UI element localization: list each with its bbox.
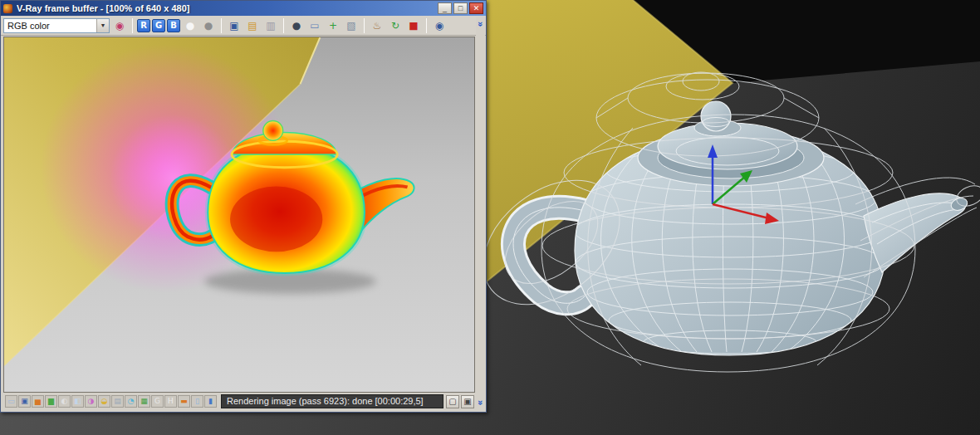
desktop: V-Ray frame buffer - [100% of 640 x 480]…: [0, 0, 980, 435]
vray-frame-buffer-window: V-Ray frame buffer - [100% of 640 x 480]…: [0, 0, 487, 413]
region-overlay-icon[interactable]: ▯: [191, 395, 203, 408]
dock-button[interactable]: ▣: [461, 395, 474, 408]
srgb-icon[interactable]: G: [151, 395, 164, 408]
color-corrections-icon[interactable]: ◉: [111, 17, 128, 34]
channel-select-value: RGB color: [7, 21, 50, 31]
alpha-channel-button[interactable]: ●: [182, 17, 198, 34]
green-channel-button[interactable]: G: [152, 19, 165, 32]
copy-image-button[interactable]: ▥: [262, 17, 279, 34]
track-mouse-button[interactable]: +: [325, 17, 341, 34]
region-render-button[interactable]: ▧: [343, 17, 360, 34]
stamp-icon[interactable]: ▬: [178, 395, 190, 408]
levels-icon[interactable]: ▤: [111, 395, 124, 408]
exposure-icon[interactable]: ◐: [58, 395, 71, 408]
preview-monitor-icon[interactable]: ▭: [5, 395, 17, 408]
vfb-statusbar: ▭▣▅▆◐◧◑◒▤◔▦GH▬▯▮ Rendering image (pass 6…: [3, 393, 475, 409]
follow-mouse-button[interactable]: ●: [288, 17, 305, 34]
render-last-button[interactable]: ♨: [369, 17, 385, 34]
load-image-button[interactable]: ▤: [244, 17, 261, 34]
titlebar[interactable]: V-Ray frame buffer - [100% of 640 x 480]…: [1, 1, 486, 16]
show-region-button[interactable]: ▢: [446, 395, 459, 408]
hue-saturation-icon[interactable]: ◑: [85, 395, 97, 408]
maximize-button[interactable]: □: [453, 2, 468, 14]
red-channel-button[interactable]: R: [137, 19, 150, 32]
status-text: Rendering image (pass 6923): done [00:00…: [221, 394, 443, 408]
collapse-statusbar-button[interactable]: »: [475, 398, 487, 408]
minimize-button[interactable]: _: [438, 2, 452, 14]
save-channels-icon[interactable]: ▣: [18, 395, 31, 408]
save-image-button[interactable]: ▣: [226, 17, 243, 34]
stop-button[interactable]: ■: [405, 17, 422, 34]
toolbar-separator: [364, 18, 365, 33]
view-options-button[interactable]: ◉: [431, 17, 448, 34]
histogram-icon[interactable]: ▅: [32, 395, 44, 408]
toolbar-separator: [283, 18, 284, 33]
duplicate-to-host-button[interactable]: ▭: [306, 17, 323, 34]
compare-icon[interactable]: ▮: [204, 395, 217, 408]
lut-icon[interactable]: ▦: [138, 395, 150, 408]
color-balance-icon[interactable]: ◒: [98, 395, 110, 408]
rendered-image: [4, 37, 474, 392]
window-title: V-Ray frame buffer - [100% of 640 x 480]: [17, 3, 438, 13]
close-button[interactable]: ✕: [469, 2, 483, 14]
curves-icon[interactable]: ◔: [125, 395, 137, 408]
refresh-button[interactable]: ↻: [387, 17, 404, 34]
collapse-toolbar-button[interactable]: »: [475, 20, 487, 29]
monochrome-button[interactable]: ●: [200, 17, 217, 34]
toolbar-separator: [221, 18, 222, 33]
vfb-toolbar: RGB color ▼ ◉RGB●●▣▤▥●▭+▧♨↻■◉: [1, 16, 486, 36]
vray-logo-icon: [3, 4, 12, 13]
toolbar-separator: [132, 18, 133, 33]
letter-h-icon[interactable]: H: [164, 395, 177, 408]
channel-select[interactable]: RGB color ▼: [3, 18, 110, 33]
window-side-strip: » »: [476, 17, 485, 410]
blue-channel-button[interactable]: B: [167, 19, 180, 32]
toolbar-separator: [426, 18, 427, 33]
chevron-down-icon[interactable]: ▼: [96, 19, 109, 32]
waveform-icon[interactable]: ▆: [45, 395, 57, 408]
render-view[interactable]: [3, 37, 475, 393]
white-balance-icon[interactable]: ◧: [71, 395, 84, 408]
